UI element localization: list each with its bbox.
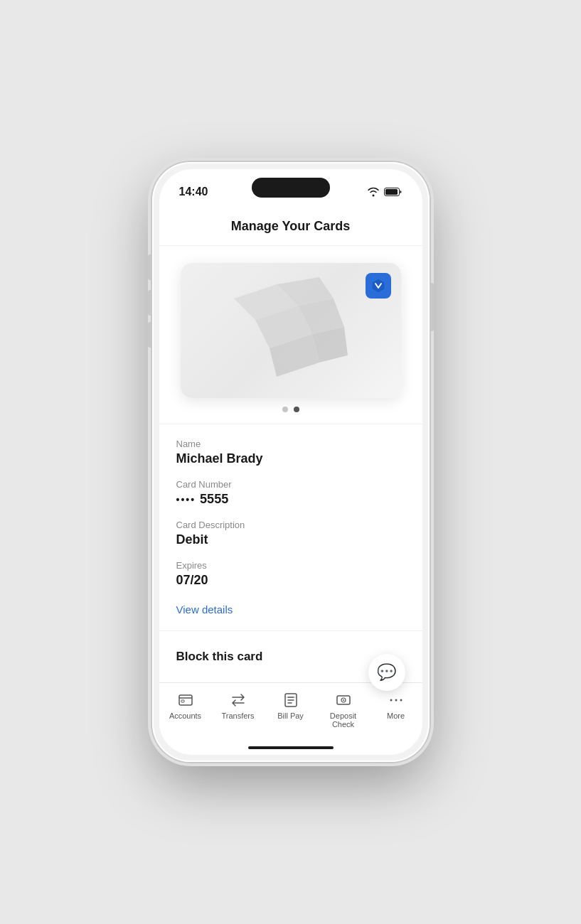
tab-more[interactable]: More [370,689,422,723]
svg-marker-2 [372,279,385,293]
expires-label: Expires [176,560,405,571]
tab-accounts[interactable]: Accounts [159,689,212,723]
block-card-label: Block this card [176,650,263,664]
tab-transfers[interactable]: Transfers [212,689,265,723]
card-visual[interactable] [181,263,401,398]
svg-rect-1 [385,189,398,195]
view-details-link[interactable]: View details [176,603,233,616]
card-logo-svg [220,277,362,384]
card-number-label: Card Number [176,479,405,490]
card-number-dots: •••• [176,494,196,505]
page-header: Manage Your Cards [159,205,422,246]
tab-bill-pay[interactable]: Bill Pay [265,689,317,723]
more-icon [388,692,405,709]
tab-bill-pay-label: Bill Pay [277,711,304,720]
svg-point-10 [395,699,397,702]
battery-icon [384,187,403,197]
home-indicator [159,741,422,755]
svg-rect-4 [181,700,184,702]
svg-point-11 [400,699,402,702]
expires-value: 07/20 [176,573,405,588]
phone-device: 14:40 Manage You [152,162,430,762]
name-value: Michael Brady [176,451,405,466]
name-label: Name [176,439,405,449]
tab-deposit-check-label: Deposit Check [319,711,368,729]
card-carousel-dots [282,407,299,412]
tab-transfers-label: Transfers [221,711,254,720]
screen-content: Manage Your Cards [159,205,422,682]
card-dot-2[interactable] [294,407,299,412]
deposit-check-icon [335,692,352,709]
svg-point-9 [390,699,392,702]
dynamic-island [252,178,330,198]
tab-deposit-check[interactable]: Deposit Check [317,689,370,731]
card-details: Name Michael Brady Card Number •••• 5555… [159,424,422,631]
tab-accounts-label: Accounts [169,711,201,720]
accounts-icon [177,692,194,709]
card-dot-1[interactable] [282,407,288,412]
card-section [159,246,422,424]
card-number-last4: 5555 [200,492,228,507]
card-description-field: Card Description Debit [176,520,405,547]
card-brand-logo [371,278,386,294]
home-bar [248,746,334,749]
wifi-icon [367,187,380,197]
expires-field: Expires 07/20 [176,560,405,588]
card-brand-badge [366,273,391,299]
name-field: Name Michael Brady [176,439,405,466]
svg-point-8 [343,699,344,701]
chat-fab-button[interactable]: 💬 [368,654,405,691]
status-icons [367,187,403,197]
card-number-value: •••• 5555 [176,492,405,507]
chat-icon: 💬 [377,663,396,682]
tab-more-label: More [387,711,405,720]
bill-pay-icon [282,692,299,709]
page-title: Manage Your Cards [174,219,408,234]
card-description-value: Debit [176,532,405,547]
tab-bar: Accounts Transfers Bill Pay [159,682,422,741]
card-number-field: Card Number •••• 5555 [176,479,405,507]
phone-screen: 14:40 Manage You [159,169,422,755]
transfers-icon [230,692,247,709]
card-description-label: Card Description [176,520,405,530]
status-time: 14:40 [179,186,208,198]
